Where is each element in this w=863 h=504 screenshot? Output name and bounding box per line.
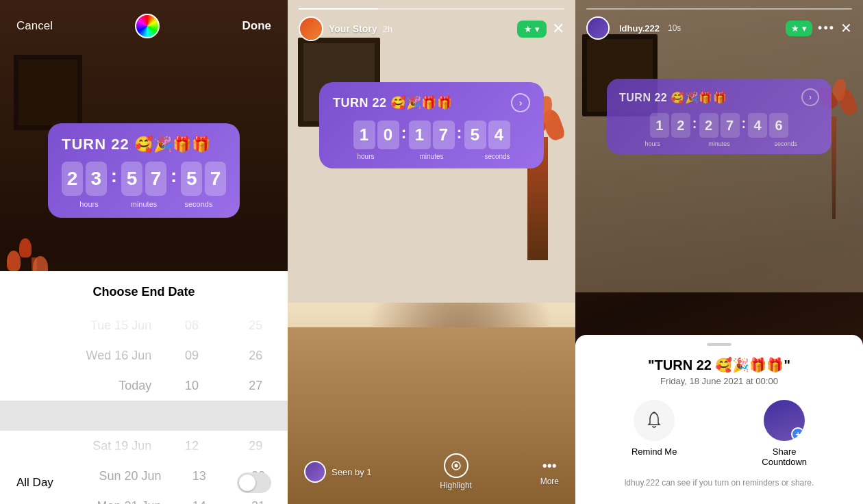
cw2-digits: 1 0 : 1 7 : 5 4 — [333, 121, 530, 149]
star-chevron-p2: ▾ — [535, 24, 540, 34]
cw2-h1: 1 — [353, 121, 375, 149]
panel3-share: ldhuy.222 10s ★ ▾ ••• ✕ TURN 22 🥰🎉🎁🎁 › 1… — [575, 0, 863, 504]
story-actions-p2: ★ ▾ ✕ — [517, 21, 564, 38]
all-day-label: All Day — [16, 476, 53, 490]
date-row-4: Sat 19 Jun — [0, 431, 160, 461]
story-footer-p2: Seen by 1 Highlight ••• More — [288, 445, 575, 504]
cw3-title: TURN 22 🥰🎉🎁🎁 — [619, 91, 727, 104]
share-countdown-icon: + — [764, 400, 805, 441]
cw2-colon1: : — [401, 123, 407, 147]
cw2-label-seconds: seconds — [464, 153, 530, 160]
cw3-s1: 4 — [748, 113, 767, 138]
more-dots-p3[interactable]: ••• — [818, 21, 835, 36]
digit-m2-p1: 7 — [145, 162, 166, 196]
popup-date: Friday, 18 June 2021 at 00:00 — [589, 376, 849, 386]
cw2-h2: 0 — [377, 121, 399, 149]
seen-section: Seen by 1 — [304, 461, 372, 483]
date-row-1: Wed 16 Jun — [0, 340, 160, 370]
progress-bar-p3 — [586, 8, 852, 10]
popup-countdown-title: "TURN 22 🥰🎉🎁🎁" — [589, 357, 849, 373]
cw2-m1: 1 — [409, 121, 431, 149]
seen-avatar — [304, 461, 326, 483]
star-dropdown-p3[interactable]: ★ ▾ — [786, 21, 812, 36]
label-hours-p1: hours — [62, 200, 116, 208]
cancel-button[interactable]: Cancel — [16, 19, 53, 33]
story-user-row-p2: Your Story 2h ★ ▾ ✕ — [299, 16, 564, 41]
story-username-p3: ldhuy.222 — [619, 23, 660, 34]
flower1 — [7, 251, 21, 271]
share-countdown-action[interactable]: + ShareCountdown — [762, 400, 807, 467]
cw2-label-minutes: minutes — [399, 153, 464, 160]
countdown-widget-p3[interactable]: TURN 22 🥰🎉🎁🎁 › 1 2 : 2 7 : 4 6 hours min… — [607, 79, 831, 154]
more-button[interactable]: ••• More — [540, 458, 559, 486]
story-time-p3: 10s — [668, 23, 681, 33]
flower2 — [19, 238, 32, 257]
toggle-knob — [239, 475, 255, 491]
cw2-header: TURN 22 🥰🎉🎁🎁 › — [333, 93, 530, 112]
digit-h2-p1: 3 — [86, 162, 107, 196]
star-button-p2[interactable]: ★ ▾ — [517, 21, 547, 38]
digit-m1-p1: 5 — [121, 162, 142, 196]
svg-point-1 — [454, 464, 458, 468]
color-wheel-icon[interactable] — [135, 14, 160, 38]
story-header-p2: Your Story 2h ★ ▾ ✕ — [288, 0, 575, 47]
cw2-colon2: : — [457, 123, 462, 147]
date-column: Tue 15 Jun Wed 16 Jun Today Fri 18 Jun S… — [0, 310, 160, 461]
date-picker-columns: Tue 15 Jun Wed 16 Jun Today Fri 18 Jun S… — [0, 310, 288, 461]
more-label: More — [540, 477, 559, 486]
share-avatar: + — [764, 400, 805, 441]
date-row-0: Tue 15 Jun — [0, 310, 160, 340]
date-picker-sheet: Choose End Date Tue 15 Jun Wed 16 Jun To… — [0, 271, 288, 504]
story-bottom-row-p2: Seen by 1 Highlight ••• More — [304, 453, 559, 490]
countdown-widget-p1[interactable]: TURN 22 🥰🎉🎁🎁 2 3 : 5 7 : 5 7 hours minut… — [48, 123, 240, 218]
cw3-digits: 1 2 : 2 7 : 4 6 — [619, 113, 819, 138]
popup-handle — [707, 343, 731, 346]
cw3-label-minutes: minutes — [686, 140, 752, 147]
popup-actions: Remind Me + ShareCountdown — [589, 400, 849, 467]
story-header-p3: ldhuy.222 10s ★ ▾ ••• ✕ — [575, 0, 863, 45]
cw3-arrow-icon[interactable]: › — [801, 88, 819, 106]
cw2-s2: 4 — [488, 121, 510, 149]
date-picker-scroll[interactable]: Tue 15 Jun Wed 16 Jun Today Fri 18 Jun S… — [0, 310, 288, 461]
label-seconds-p1: seconds — [171, 200, 226, 208]
all-day-toggle[interactable] — [237, 473, 271, 493]
cw3-h1: 1 — [650, 113, 669, 138]
close-button-p2[interactable]: ✕ — [552, 21, 564, 36]
star-dropdown-chevron: ▾ — [802, 23, 807, 34]
cw3-s2: 6 — [769, 113, 788, 138]
picture-frame-p1 — [14, 55, 82, 130]
highlight-button[interactable]: Highlight — [440, 453, 472, 490]
highlight-label: Highlight — [440, 481, 472, 490]
story-actions-p3: ★ ▾ ••• ✕ — [786, 20, 852, 36]
date-picker-selection-highlight — [0, 401, 288, 431]
avatar-img-p2 — [300, 18, 322, 40]
countdown-digits-p1: 2 3 : 5 7 : 5 7 — [62, 162, 226, 196]
cw2-labels: hours minutes seconds — [333, 153, 530, 160]
cw3-label-seconds: seconds — [753, 140, 819, 147]
colon1-p1: : — [111, 165, 117, 192]
share-countdown-label: ShareCountdown — [762, 446, 807, 467]
done-button[interactable]: Done — [242, 19, 271, 33]
minute-column: 25 26 27 28 29 — [224, 310, 288, 461]
close-button-p3[interactable]: ✕ — [840, 20, 852, 36]
remind-me-action[interactable]: Remind Me — [631, 400, 677, 467]
remind-me-icon — [634, 400, 675, 441]
panel2-story: Your Story 2h ★ ▾ ✕ TURN 22 🥰🎉🎁🎁 › 1 0 :… — [288, 0, 575, 504]
cw2-arrow-icon[interactable]: › — [511, 93, 530, 112]
sheet-title: Choose End Date — [0, 285, 288, 299]
seen-text: Seen by 1 — [332, 467, 372, 477]
story-avatar-p3 — [586, 16, 610, 40]
cw2-s1: 5 — [464, 121, 486, 149]
story-avatar-p2 — [299, 16, 323, 41]
remind-me-label: Remind Me — [631, 446, 677, 457]
countdown-labels-p1: hours minutes seconds — [62, 200, 226, 208]
star-icon-p2: ★ — [524, 24, 532, 34]
date-row-2: Today — [0, 370, 160, 401]
countdown-widget-p2[interactable]: TURN 22 🥰🎉🎁🎁 › 1 0 : 1 7 : 5 4 hours min… — [319, 82, 544, 168]
more-icon: ••• — [542, 458, 557, 474]
cw3-m2: 7 — [721, 113, 740, 138]
cw3-header: TURN 22 🥰🎉🎁🎁 › — [619, 88, 819, 106]
digit-s2-p1: 7 — [205, 162, 226, 196]
cw3-colon2: : — [742, 116, 747, 135]
progress-bar-p2 — [299, 8, 564, 10]
